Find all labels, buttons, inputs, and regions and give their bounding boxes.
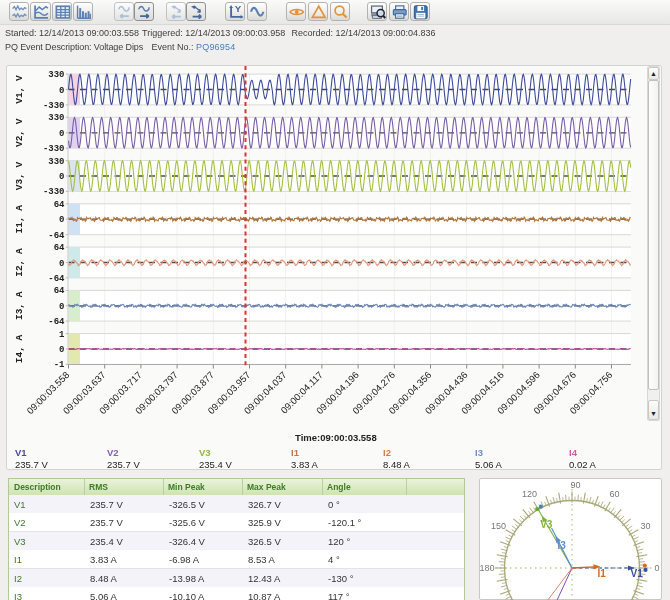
svg-text:I4, A: I4, A (14, 334, 25, 363)
svg-text:Y: Y (234, 4, 241, 14)
svg-text:0: 0 (59, 259, 64, 269)
svg-text:90: 90 (570, 480, 580, 490)
svg-text:0: 0 (59, 129, 64, 139)
svg-text:30: 30 (641, 521, 651, 531)
svg-text:0: 0 (59, 86, 64, 96)
svg-text:-64: -64 (48, 317, 65, 327)
svg-text:60: 60 (609, 489, 619, 499)
svg-text:180: 180 (480, 563, 495, 573)
svg-text:-64: -64 (48, 274, 65, 284)
svg-text:I3, A: I3, A (14, 291, 25, 320)
svg-text:330: 330 (48, 113, 64, 123)
svg-text:I1, A: I1, A (14, 205, 25, 234)
svg-text:-64: -64 (48, 231, 65, 241)
svg-text:0: 0 (59, 302, 64, 312)
svg-text:I1: I1 (597, 568, 606, 579)
svg-text:V1: V1 (630, 568, 643, 579)
svg-text:150: 150 (491, 521, 506, 531)
svg-text:330: 330 (48, 70, 64, 80)
svg-text:-330: -330 (43, 187, 65, 197)
svg-text:V3: V3 (540, 519, 553, 530)
svg-text:-330: -330 (43, 101, 65, 111)
svg-text:64: 64 (54, 200, 65, 210)
svg-text:120: 120 (522, 489, 537, 499)
svg-text:0: 0 (59, 172, 64, 182)
svg-text:-330: -330 (43, 144, 65, 154)
svg-text:0: 0 (59, 215, 64, 225)
svg-text:0: 0 (654, 563, 659, 573)
svg-text:I2, A: I2, A (14, 248, 25, 277)
svg-text:64: 64 (54, 243, 65, 253)
svg-text:1: 1 (59, 330, 65, 340)
svg-text:330: 330 (48, 157, 64, 167)
svg-text:V1, V: V1, V (14, 75, 25, 104)
svg-text:V2, V: V2, V (14, 118, 25, 147)
svg-text:I3: I3 (558, 540, 567, 551)
svg-text:0: 0 (59, 345, 64, 355)
svg-text:64: 64 (54, 286, 65, 296)
svg-text:V3, V: V3, V (14, 161, 25, 190)
